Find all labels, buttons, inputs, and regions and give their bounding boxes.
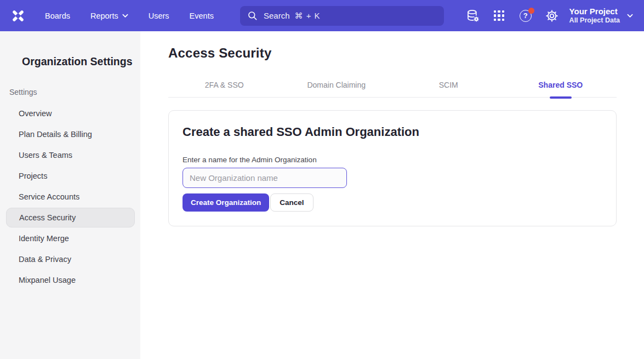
sidebar-item-projects[interactable]: Projects (0, 166, 140, 186)
sidebar-item-service-accounts[interactable]: Service Accounts (0, 186, 140, 207)
notification-badge (528, 8, 534, 14)
cancel-button[interactable]: Cancel (270, 193, 313, 212)
create-sso-org-card: Create a shared SSO Admin Organization E… (168, 110, 617, 226)
nav-item-label: Boards (45, 12, 70, 20)
data-management-icon[interactable] (466, 9, 480, 23)
nav-item-events[interactable]: Events (190, 12, 214, 20)
sidebar-title: Organization Settings (22, 55, 140, 68)
sidebar-item-identity-merge[interactable]: Identity Merge (0, 228, 140, 249)
tab-bar: 2FA & SSO Domain Claiming SCIM Shared SS… (168, 74, 617, 98)
primary-nav: Boards Reports Users Events (45, 12, 214, 20)
nav-item-users[interactable]: Users (149, 12, 169, 20)
org-name-input[interactable] (183, 168, 347, 188)
page-title: Access Security (168, 45, 617, 61)
mixpanel-logo[interactable] (11, 9, 25, 23)
nav-item-label: Users (149, 12, 169, 20)
create-organization-button[interactable]: Create Organization (183, 193, 269, 212)
tab-shared-sso[interactable]: Shared SSO (505, 74, 617, 97)
sidebar-nav: Overview Plan Details & Billing Users & … (0, 103, 140, 290)
settings-gear-icon[interactable] (545, 9, 559, 23)
apps-grid-icon[interactable] (492, 9, 506, 23)
project-switcher[interactable]: Your Project All Project Data (569, 7, 633, 25)
nav-item-label: Events (190, 12, 214, 20)
nav-item-label: Reports (90, 12, 118, 20)
main-content: Access Security 2FA & SSO Domain Claimin… (140, 31, 644, 359)
tab-domain-claiming[interactable]: Domain Claiming (281, 74, 393, 97)
chevron-down-icon (122, 14, 128, 18)
chevron-down-icon (627, 14, 633, 18)
search-icon (247, 10, 258, 21)
sidebar-item-data-privacy[interactable]: Data & Privacy (0, 249, 140, 270)
sidebar-item-mixpanel-usage[interactable]: Mixpanel Usage (0, 270, 140, 290)
tab-scim[interactable]: SCIM (392, 74, 505, 97)
sidebar-item-access-security[interactable]: Access Security (6, 208, 135, 227)
search-placeholder: Search (264, 11, 290, 20)
nav-right-cluster: ? Your Project All Project Data (454, 7, 633, 25)
sidebar-item-plan-details-billing[interactable]: Plan Details & Billing (0, 124, 140, 145)
settings-sidebar: Organization Settings Settings Overview … (0, 31, 140, 359)
nav-item-reports[interactable]: Reports (90, 12, 128, 20)
button-row: Create Organization Cancel (183, 193, 602, 212)
search-input[interactable]: Search ⌘ + K (240, 6, 444, 26)
help-icon[interactable]: ? (518, 9, 533, 23)
sidebar-section-label: Settings (9, 88, 140, 96)
org-name-label: Enter a name for the Admin Organization (183, 156, 602, 164)
sidebar-item-overview[interactable]: Overview (0, 103, 140, 124)
project-name: Your Project (569, 7, 620, 16)
search-shortcut: ⌘ + K (294, 11, 320, 21)
project-info: Your Project All Project Data (569, 7, 620, 25)
card-title: Create a shared SSO Admin Organization (183, 125, 602, 139)
project-data-view: All Project Data (569, 16, 620, 25)
sidebar-item-users-teams[interactable]: Users & Teams (0, 145, 140, 166)
top-nav: Boards Reports Users Events Search ⌘ + K (0, 0, 644, 31)
tab-2fa-sso[interactable]: 2FA & SSO (168, 74, 281, 97)
nav-item-boards[interactable]: Boards (45, 12, 70, 20)
